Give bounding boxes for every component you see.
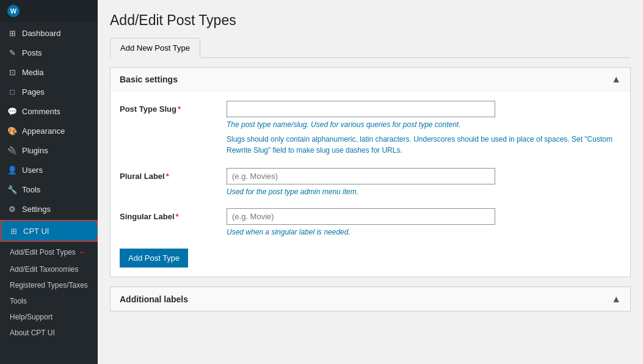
comments-icon: 💬: [7, 106, 17, 116]
submenu-label: Tools: [10, 297, 27, 305]
sidebar-item-appearance[interactable]: 🎨 Appearance: [0, 121, 98, 140]
sidebar-item-label: Appearance: [22, 126, 65, 136]
submit-row: Add Post Type: [120, 249, 621, 268]
tab-add-new-post-type[interactable]: Add New Post Type: [110, 38, 200, 58]
additional-collapse-icon[interactable]: ▲: [611, 294, 621, 305]
post-type-slug-row: Post Type Slug* The post type name/slug.…: [120, 101, 621, 156]
additional-labels-box: Additional labels ▲: [110, 286, 631, 311]
sidebar-item-posts[interactable]: ✎ Posts: [0, 43, 98, 62]
slug-required: *: [178, 104, 181, 114]
sidebar-item-pages[interactable]: □ Pages: [0, 82, 98, 101]
sidebar-item-label: Media: [22, 68, 43, 77]
sidebar-item-cpt-ui[interactable]: ⊞ CPT UI: [1, 221, 96, 241]
settings-icon: ⚙: [7, 204, 17, 214]
sidebar-item-label: Tools: [22, 185, 40, 194]
sidebar-item-label: Dashboard: [22, 29, 61, 38]
sidebar-item-label: Posts: [22, 48, 42, 57]
sidebar-item-label: CPT UI: [23, 227, 49, 236]
submenu-item-registered-types[interactable]: Registered Types/Taxes: [0, 277, 98, 293]
sidebar: W ⊞ Dashboard ✎ Posts ⊡ Media □ Pages 💬 …: [0, 0, 98, 364]
active-arrow-icon: ←: [78, 247, 88, 258]
posts-icon: ✎: [7, 48, 17, 57]
plural-required: *: [166, 172, 169, 181]
submenu-label: Help/Support: [10, 313, 53, 321]
plural-control: Used for the post type admin menu item.: [227, 168, 621, 196]
tools-icon: 🔧: [7, 184, 17, 194]
submenu-label: About CPT UI: [10, 329, 55, 337]
cpt-ui-submenu: Add/Edit Post Types ← Add/Edit Taxonomie…: [0, 243, 98, 341]
singular-control: Used when a singular label is needed.: [227, 208, 621, 236]
submenu-label: Registered Types/Taxes: [10, 281, 88, 289]
singular-input[interactable]: [227, 208, 495, 225]
slug-help-extra: Slugs should only contain alphanumeric, …: [227, 134, 621, 156]
main-content: Add/Edit Post Types Add New Post Type Ba…: [98, 0, 643, 364]
sidebar-item-media[interactable]: ⊡ Media: [0, 62, 98, 82]
singular-label-row: Singular Label* Used when a singular lab…: [120, 208, 621, 236]
submenu-item-help-support[interactable]: Help/Support: [0, 309, 98, 325]
basic-settings-title: Basic settings: [120, 75, 178, 84]
additional-labels-header: Additional labels ▲: [111, 287, 630, 311]
wp-logo-icon: W: [7, 5, 20, 17]
appearance-icon: 🎨: [7, 126, 17, 136]
sidebar-item-settings[interactable]: ⚙ Settings: [0, 199, 98, 219]
cpt-ui-border: ⊞ CPT UI: [0, 220, 98, 242]
singular-help-italic: Used when a singular label is needed.: [227, 228, 621, 236]
singular-label: Singular Label*: [120, 208, 217, 221]
sidebar-nav: ⊞ Dashboard ✎ Posts ⊡ Media □ Pages 💬 Co…: [0, 23, 98, 341]
media-icon: ⊡: [7, 67, 17, 77]
tab-bar: Add New Post Type: [110, 38, 631, 58]
sidebar-item-label: Plugins: [22, 146, 48, 155]
additional-labels-title: Additional labels: [120, 294, 188, 304]
sidebar-item-label: Comments: [22, 107, 60, 116]
basic-settings-header: Basic settings ▲: [111, 68, 630, 92]
submenu-label: Add/Edit Taxonomies: [10, 265, 79, 274]
basic-settings-body: Post Type Slug* The post type name/slug.…: [111, 92, 630, 277]
plural-input[interactable]: [227, 168, 495, 184]
sidebar-item-plugins[interactable]: 🔌 Plugins: [0, 140, 98, 160]
submenu-item-tools[interactable]: Tools: [0, 293, 98, 309]
slug-control: The post type name/slug. Used for variou…: [227, 101, 621, 156]
plugins-icon: 🔌: [7, 145, 17, 155]
plural-help-italic: Used for the post type admin menu item.: [227, 187, 621, 196]
cpt-ui-arrow: [97, 226, 98, 236]
basic-settings-box: Basic settings ▲ Post Type Slug* The pos…: [110, 67, 631, 277]
sidebar-item-label: Pages: [22, 87, 45, 96]
submenu-item-about[interactable]: About CPT UI: [0, 325, 98, 341]
submenu-item-add-edit-taxonomies[interactable]: Add/Edit Taxonomies: [0, 261, 98, 277]
sidebar-item-label: Users: [22, 166, 43, 175]
slug-help-italic: The post type name/slug. Used for variou…: [227, 120, 621, 129]
submenu-item-add-edit-post-types[interactable]: Add/Edit Post Types ←: [0, 243, 98, 261]
plural-label-row: Plural Label* Used for the post type adm…: [120, 168, 621, 196]
dashboard-icon: ⊞: [7, 28, 17, 38]
users-icon: 👤: [7, 165, 17, 175]
section-collapse-icon[interactable]: ▲: [611, 74, 621, 85]
sidebar-item-label: Settings: [22, 205, 51, 214]
plural-label: Plural Label*: [120, 168, 217, 181]
singular-required: *: [176, 212, 179, 221]
pages-icon: □: [7, 87, 17, 96]
sidebar-item-tools[interactable]: 🔧 Tools: [0, 180, 98, 199]
sidebar-logo: W: [0, 0, 98, 22]
sidebar-item-comments[interactable]: 💬 Comments: [0, 101, 98, 121]
sidebar-item-users[interactable]: 👤 Users: [0, 160, 98, 180]
sidebar-item-dashboard[interactable]: ⊞ Dashboard: [0, 23, 98, 43]
page-title: Add/Edit Post Types: [110, 12, 631, 29]
add-post-type-button[interactable]: Add Post Type: [120, 249, 188, 268]
slug-label: Post Type Slug*: [120, 101, 217, 114]
cpt-ui-icon: ⊞: [9, 226, 18, 236]
submenu-active-label: Add/Edit Post Types: [10, 248, 76, 257]
slug-input[interactable]: [227, 101, 495, 117]
